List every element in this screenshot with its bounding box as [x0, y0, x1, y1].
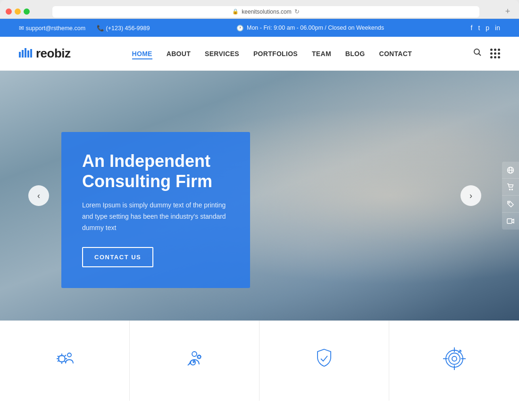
search-button[interactable]	[473, 48, 482, 59]
nav-link-portfolios[interactable]: PORTFOLIOS	[253, 50, 298, 58]
svg-point-12	[509, 202, 510, 203]
nav-link-about[interactable]: ABOUT	[167, 50, 191, 58]
svg-point-17	[192, 352, 197, 356]
service-card-2[interactable]	[130, 321, 260, 401]
dot	[490, 52, 493, 55]
logo-text: reobiz	[36, 46, 71, 61]
dot	[494, 56, 496, 58]
dot	[494, 52, 496, 55]
tag-side-icon[interactable]	[502, 196, 519, 213]
nav-item-about[interactable]: ABOUT	[167, 49, 191, 58]
svg-rect-4	[30, 49, 32, 58]
email-address: support@rstheme.com	[25, 25, 85, 32]
nav-link-team[interactable]: TEAM	[312, 50, 331, 58]
svg-rect-3	[27, 50, 29, 58]
site-wrapper: ✉ support@rstheme.com 📞 (+123) 456-9989 …	[0, 19, 519, 420]
traffic-lights	[6, 8, 30, 15]
nav-item-portfolios[interactable]: PORTFOLIOS	[253, 49, 298, 58]
pinterest-icon[interactable]: p	[486, 24, 489, 32]
browser-chrome: 🔒 keenitsolutions.com ↻ +	[0, 0, 519, 19]
service-card-1[interactable]	[0, 321, 130, 401]
phone-number: (+123) 456-9989	[106, 25, 150, 32]
business-hours: Mon - Fri: 9:00 am - 06.00pm / Closed on…	[247, 25, 384, 31]
slider-prev-button[interactable]: ‹	[28, 185, 49, 206]
lock-icon: 🔒	[232, 8, 239, 15]
facebook-icon[interactable]: f	[471, 24, 473, 32]
svg-point-5	[474, 49, 479, 54]
nav-links: HOME ABOUT SERVICES PORTFOLIOS TEAM BLOG…	[132, 49, 412, 58]
svg-point-21	[452, 356, 457, 361]
top-bar-right: f t p in	[471, 24, 500, 32]
top-bar-left: ✉ support@rstheme.com 📞 (+123) 456-9989	[19, 25, 150, 32]
slide-description: Lorem Ipsum is simply dummy text of the …	[82, 200, 229, 233]
nav-right	[473, 48, 500, 59]
nav-item-blog[interactable]: BLOG	[345, 49, 365, 58]
dot	[498, 49, 500, 51]
twitter-icon[interactable]: t	[478, 24, 480, 32]
dot	[490, 49, 493, 51]
close-button[interactable]	[6, 8, 12, 15]
hero-section: An Independent Consulting Firm Lorem Ips…	[0, 71, 519, 321]
email-info: ✉ support@rstheme.com	[19, 25, 85, 32]
svg-rect-16	[59, 356, 65, 362]
video-side-icon[interactable]	[502, 213, 519, 230]
grid-menu-button[interactable]	[490, 49, 500, 58]
prev-arrow-icon: ‹	[37, 191, 40, 201]
logo[interactable]: reobiz	[19, 46, 71, 61]
nav-item-services[interactable]: SERVICES	[205, 49, 239, 58]
slide-content-box: An Independent Consulting Firm Lorem Ips…	[61, 132, 250, 288]
svg-point-11	[512, 189, 513, 190]
maximize-button[interactable]	[24, 8, 30, 15]
dot	[498, 52, 500, 55]
social-icons: f t p in	[471, 24, 500, 32]
new-tab-button[interactable]: +	[502, 6, 513, 17]
refresh-icon[interactable]: ↻	[294, 8, 300, 15]
cart-side-icon[interactable]	[502, 179, 519, 196]
next-arrow-icon: ›	[469, 191, 472, 201]
contact-us-button[interactable]: CONTACT US	[82, 247, 153, 267]
service-card-3[interactable]	[260, 321, 389, 401]
slider-next-button[interactable]: ›	[460, 185, 481, 206]
svg-rect-2	[25, 48, 26, 58]
dot	[490, 56, 493, 58]
slide-title: An Independent Consulting Firm	[82, 151, 229, 191]
svg-point-15	[67, 353, 71, 357]
logo-icon	[19, 47, 32, 60]
clock-icon: 🕐	[236, 25, 244, 32]
phone-icon: 📞	[97, 25, 106, 32]
side-icons-panel	[502, 162, 519, 230]
top-bar: ✉ support@rstheme.com 📞 (+123) 456-9989 …	[0, 19, 519, 37]
bottom-cards-section	[0, 321, 519, 401]
dot	[498, 56, 500, 58]
url-text: keenitsolutions.com	[242, 8, 291, 15]
nav-item-team[interactable]: TEAM	[312, 49, 331, 58]
address-bar[interactable]: 🔒 keenitsolutions.com ↻	[52, 6, 479, 17]
nav-link-contact[interactable]: CONTACT	[379, 50, 412, 58]
svg-point-20	[449, 353, 460, 364]
svg-point-14	[59, 355, 65, 362]
svg-rect-0	[19, 52, 21, 58]
instagram-icon[interactable]: in	[495, 24, 500, 32]
nav-item-home[interactable]: HOME	[132, 49, 152, 58]
nav-item-contact[interactable]: CONTACT	[379, 49, 412, 58]
nav-link-blog[interactable]: BLOG	[345, 50, 365, 58]
svg-point-10	[510, 189, 511, 190]
globe-side-icon[interactable]	[502, 162, 519, 179]
nav-link-home[interactable]: HOME	[132, 50, 152, 59]
svg-rect-13	[507, 219, 512, 223]
email-icon: ✉	[19, 25, 25, 32]
dot	[494, 49, 496, 51]
minimize-button[interactable]	[15, 8, 21, 15]
navbar: reobiz HOME ABOUT SERVICES PORTFOLIOS TE…	[0, 37, 519, 71]
nav-link-services[interactable]: SERVICES	[205, 50, 239, 58]
top-bar-center: 🕐 Mon - Fri: 9:00 am - 06.00pm / Closed …	[236, 25, 384, 32]
svg-rect-1	[22, 50, 24, 58]
service-card-4[interactable]	[389, 321, 519, 401]
phone-info: 📞 (+123) 456-9989	[97, 25, 150, 32]
svg-line-6	[478, 54, 481, 56]
